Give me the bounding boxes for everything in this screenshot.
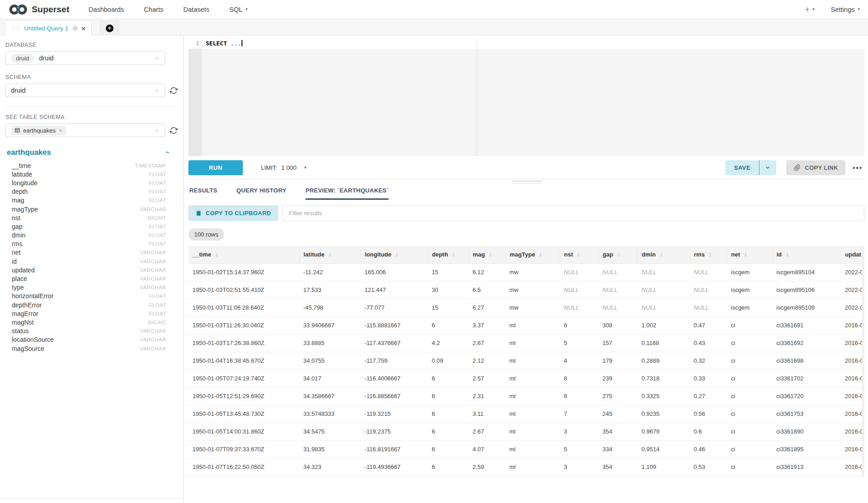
table-cell: 0.9235 — [637, 405, 690, 423]
column-header-rms[interactable]: rms▲▼ — [690, 246, 727, 263]
table-row: 1950-01-03T11:06:28.640Z-45.798-77.07715… — [188, 299, 864, 316]
table-cell: 6 — [428, 458, 469, 476]
splitter-grip-icon[interactable] — [512, 181, 542, 185]
refresh-schemas-icon[interactable] — [169, 87, 178, 94]
drag-handle-icon[interactable]: ⋮⋮ — [11, 26, 20, 31]
column-header-label: updat — [845, 251, 861, 258]
settings-menu[interactable]: Settings ▾ — [831, 6, 860, 13]
table-cell: 0.6 — [690, 423, 727, 440]
sort-icon[interactable]: ▲▼ — [539, 252, 542, 257]
table-cell: 6.5 — [469, 281, 505, 299]
column-header-label: depth — [432, 251, 448, 258]
tab-query-history[interactable]: QUERY HISTORY — [237, 187, 286, 200]
chevron-up-icon[interactable] — [164, 149, 171, 156]
database-label: DATABASE — [5, 42, 178, 48]
copy-to-clipboard-button[interactable]: COPY TO CLIPBOARD — [188, 205, 278, 221]
sort-icon[interactable]: ▲▼ — [489, 252, 492, 257]
table-cell: ci3361753 — [772, 405, 841, 423]
sort-icon[interactable]: ▲▼ — [617, 252, 620, 257]
table-cell: 2016-0 — [841, 334, 864, 352]
results-table: __time▲▼latitude▲▼longitude▲▼depth▲▼mag▲… — [188, 246, 864, 476]
schema-select[interactable]: druid — [5, 84, 165, 97]
table-cell: ci3361702 — [772, 370, 841, 387]
text-cursor — [242, 40, 242, 46]
table-cell: 0.7318 — [637, 370, 690, 387]
refresh-tables-icon[interactable] — [169, 127, 178, 134]
sort-icon[interactable]: ▲▼ — [395, 252, 398, 257]
close-icon[interactable]: × — [82, 25, 86, 32]
plus-circle-icon: + — [106, 25, 113, 32]
column-header-magtype[interactable]: magType▲▼ — [505, 246, 560, 263]
tab-results[interactable]: RESULTS — [189, 187, 217, 200]
superset-infinity-icon — [8, 4, 28, 15]
table-row: 1950-01-05T07:24:19.740Z34.017-116.40066… — [188, 370, 864, 387]
column-header-net[interactable]: net▲▼ — [727, 246, 772, 263]
schema-column-row: gapFLOAT — [5, 222, 178, 231]
table-cell: 2.59 — [469, 458, 505, 476]
database-select[interactable]: druid druid — [5, 51, 165, 65]
table-cell: 2022-0 — [841, 299, 864, 316]
table-cell: 354 — [598, 423, 637, 440]
table-cell: 34.3586667 — [299, 387, 360, 405]
table-cell: 2.57 — [469, 370, 505, 387]
column-header-latitude[interactable]: latitude▲▼ — [299, 246, 360, 263]
column-header-depth[interactable]: depth▲▼ — [428, 246, 469, 263]
column-header-id[interactable]: id▲▼ — [772, 246, 841, 263]
caret-down-icon: ▾ — [304, 166, 306, 170]
pane-splitter[interactable] — [188, 179, 864, 183]
sort-icon[interactable]: ▲▼ — [329, 252, 331, 257]
table-cell: NULL — [598, 263, 637, 281]
top-navbar: Superset DashboardsChartsDatasetsSQL▾ + … — [0, 0, 868, 19]
query-tab-active[interactable]: ⋮⋮ Untitled Query 1 × — [5, 20, 92, 35]
sort-icon[interactable]: ▲▼ — [660, 252, 663, 257]
remove-table-icon[interactable]: × — [59, 127, 63, 134]
run-button[interactable]: RUN — [188, 160, 243, 175]
tab-preview-earthquakes[interactable]: PREVIEW: `EARTHQUAKES` — [306, 187, 389, 200]
new-query-tab-button[interactable]: + — [100, 20, 119, 35]
table-cell: 6.12 — [469, 263, 505, 281]
table-cell: 30 — [428, 281, 469, 299]
limit-dropdown[interactable]: LIMIT: 1 000 ▾ — [261, 164, 306, 171]
sort-icon[interactable]: ▲▼ — [744, 252, 747, 257]
table-cell: 0.9679 — [637, 423, 690, 440]
save-button[interactable]: SAVE — [725, 160, 759, 175]
nav-item-charts[interactable]: Charts — [144, 6, 163, 13]
sort-icon[interactable]: ▲▼ — [709, 252, 711, 257]
table-cell: -115.8881667 — [360, 316, 428, 334]
nav-item-datasets[interactable]: Datasets — [183, 6, 209, 13]
column-header-longitude[interactable]: longitude▲▼ — [360, 246, 428, 263]
sort-icon[interactable]: ▲▼ — [786, 252, 789, 257]
column-header-updat[interactable]: updat▲▼ — [841, 246, 864, 263]
schema-column-name: place — [12, 275, 27, 282]
sort-icon[interactable]: ▲▼ — [215, 252, 218, 257]
schema-column-name: longitude — [12, 179, 38, 187]
table-row: 1950-01-04T16:38:45.670Z34.0755-117.7590… — [188, 352, 864, 370]
save-options-button[interactable] — [760, 160, 776, 175]
more-menu-icon[interactable]: ••• — [853, 164, 863, 172]
filter-results-input[interactable] — [282, 205, 864, 221]
schema-column-row: magFLOAT — [5, 196, 178, 205]
caret-down-icon: ▾ — [246, 7, 248, 11]
table-cell: 157 — [598, 334, 637, 352]
table-cell: 4.2 — [428, 334, 469, 352]
column-header-gap[interactable]: gap▲▼ — [598, 246, 637, 263]
table-schema-header[interactable]: earthquakes — [5, 148, 178, 157]
sql-editor[interactable]: 1 SELECT ... — [188, 39, 864, 156]
table-cell: iscgem895109 — [772, 299, 841, 316]
copy-link-button[interactable]: COPY LINK — [786, 160, 845, 175]
table-cell: 6 — [560, 387, 598, 405]
sort-icon[interactable]: ▲▼ — [452, 252, 455, 257]
column-header-mag[interactable]: mag▲▼ — [469, 246, 505, 263]
schema-label: SCHEMA — [5, 74, 178, 80]
column-header-dmin[interactable]: dmin▲▼ — [637, 246, 690, 263]
nav-item-dashboards[interactable]: Dashboards — [89, 6, 124, 13]
sort-icon[interactable]: ▲▼ — [577, 252, 580, 257]
new-item-menu[interactable]: + ▾ — [805, 5, 814, 14]
table-cell: 2016-0 — [841, 423, 864, 440]
table-select[interactable]: earthquakes × — [5, 123, 165, 137]
column-header-label: rms — [694, 251, 705, 258]
nav-item-sql[interactable]: SQL▾ — [229, 6, 248, 13]
superset-logo[interactable]: Superset — [8, 4, 69, 15]
column-header-nst[interactable]: nst▲▼ — [560, 246, 598, 263]
column-header--time[interactable]: __time▲▼ — [188, 246, 299, 263]
